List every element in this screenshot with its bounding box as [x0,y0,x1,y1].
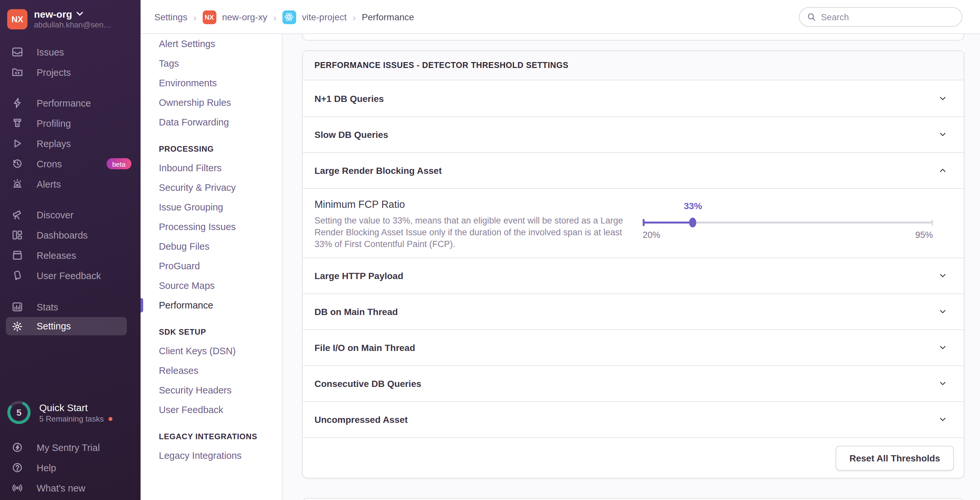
search-icon [807,13,816,22]
discover-icon [12,209,23,220]
org-avatar: NX [7,9,27,29]
breadcrumb-project[interactable]: vite-project [302,12,347,22]
subnav-item-debug-files[interactable]: Debug Files [140,237,282,256]
releases-icon [12,250,23,261]
settings-subnav: Alert Settings Tags Environments Ownersh… [140,34,282,500]
breadcrumb-settings[interactable]: Settings [154,12,187,22]
beta-badge: beta [106,158,131,169]
slider-max-label: 95% [915,230,933,240]
sidebar-item-releases[interactable]: Releases [0,245,140,265]
subnav-item-performance[interactable]: Performance [140,295,282,315]
quick-start-panel[interactable]: 5 Quick Start 5 Remaining tasks [6,400,135,425]
accordion-row-file-io-on-main-thread[interactable]: File I/O on Main Thread [303,329,964,365]
slider-end-cap [931,220,933,225]
user-feedback-icon [12,270,23,281]
slider-thumb[interactable] [689,217,697,227]
accordion-row-slow-db-queries[interactable]: Slow DB Queries [303,116,964,152]
breadcrumb-org[interactable]: new-org-xy [222,12,267,22]
sidebar-item-discover[interactable]: Discover [0,205,140,225]
quick-start-count: 5 [6,400,31,425]
accordion-row-large-http-payload[interactable]: Large HTTP Payload [303,257,964,294]
sidebar-item-dashboards[interactable]: Dashboards [0,225,140,245]
breadcrumb-separator: › [273,11,277,22]
accordion-row-n-plus-one-db-queries[interactable]: N+1 DB Queries [303,80,964,116]
subnav-item-processing-issues[interactable]: Processing Issues [140,217,282,237]
top-header: Settings › NX new-org-xy › vite-project … [140,0,980,34]
slider-fill [643,222,693,224]
sidebar-item-my-sentry-trial[interactable]: My Sentry Trial [0,437,140,457]
threshold-settings-card: PERFORMANCE ISSUES - DETECTOR THRESHOLD … [302,50,964,478]
slider-value-label: 33% [679,201,707,211]
search-bar[interactable] [799,7,963,27]
subnav-item-data-forwarding[interactable]: Data Forwarding [140,113,282,132]
react-project-icon [282,10,296,24]
projects-icon [12,67,23,78]
subnav-item-inbound-filters[interactable]: Inbound Filters [140,158,282,178]
subnav-group-sdk-setup: SDK SETUP [140,323,282,341]
quick-start-progress-ring: 5 [6,400,31,425]
chevron-up-icon [937,165,948,176]
large-render-blocking-asset-detail: Minimum FCP Ratio Setting the value to 3… [303,188,964,257]
breadcrumb-separator: › [353,11,356,22]
sidebar-item-stats[interactable]: Stats [0,297,140,317]
chevron-down-icon [937,271,948,281]
chevron-down-icon [937,129,948,140]
primary-nav: Issues Projects Performance Profiling Re… [0,42,140,335]
sidebar-item-performance[interactable]: Performance [0,93,140,113]
subnav-group-legacy-integrations: LEGACY INTEGRATIONS [140,427,282,446]
alerts-icon [12,178,23,189]
sidebar-item-user-feedback[interactable]: User Feedback [0,265,140,286]
subnav-item-security-headers[interactable]: Security Headers [140,380,282,400]
subnav-item-environments[interactable]: Environments [140,73,282,93]
subnav-item-proguard[interactable]: ProGuard [140,256,282,276]
dashboards-icon [12,229,23,241]
sidebar-item-help[interactable]: Help [0,457,140,478]
quick-start-subtitle: 5 Remaining tasks [39,414,103,423]
app: NX new-org abdullah.khan@sen… Issues Pro… [0,0,980,500]
subnav-item-alert-settings[interactable]: Alert Settings [140,34,282,54]
slider-min-label: 20% [643,230,660,240]
sidebar-item-settings[interactable]: Settings [6,317,127,335]
subnav-item-ownership-rules[interactable]: Ownership Rules [140,93,282,113]
primary-sidebar: NX new-org abdullah.khan@sen… Issues Pro… [0,0,140,500]
subnav-item-tags[interactable]: Tags [140,54,282,73]
breadcrumb-current-page: Performance [362,12,414,22]
accordion-row-large-render-blocking-asset[interactable]: Large Render Blocking Asset [303,152,964,188]
sidebar-item-alerts[interactable]: Alerts [0,174,140,194]
accordion-row-db-on-main-thread[interactable]: DB on Main Thread [303,294,964,329]
subnav-item-issue-grouping[interactable]: Issue Grouping [140,197,282,217]
org-badge: NX [202,10,216,24]
subnav-item-releases[interactable]: Releases [140,361,282,380]
help-icon [12,462,23,473]
org-name: new-org [34,8,72,20]
sidebar-item-profiling[interactable]: Profiling [0,113,140,133]
sidebar-footer: My Sentry Trial Help What's new [0,437,140,498]
sidebar-item-replays[interactable]: Replays [0,133,140,154]
breadcrumb: Settings › NX new-org-xy › vite-project … [154,0,414,34]
subnav-item-user-feedback[interactable]: User Feedback [140,400,282,420]
crons-icon [12,158,23,169]
slider-track[interactable] [643,222,933,224]
org-user-email: abdullah.khan@sen… [34,21,111,30]
subnav-item-legacy-integrations[interactable]: Legacy Integrations [140,446,282,465]
subnav-group-processing: PROCESSING [140,140,282,158]
breadcrumb-separator: › [193,11,196,22]
previous-card-edge [302,34,964,41]
accordion-row-uncompressed-asset[interactable]: Uncompressed Asset [303,401,964,437]
subnav-item-source-maps[interactable]: Source Maps [140,276,282,295]
sidebar-item-whats-new[interactable]: What's new [0,478,140,498]
trial-bolt-icon [12,442,23,453]
org-switcher[interactable]: NX new-org abdullah.khan@sen… [7,8,135,30]
reset-all-thresholds-button[interactable]: Reset All Thresholds [836,446,954,471]
issues-icon [12,46,23,57]
accordion-row-consecutive-db-queries[interactable]: Consecutive DB Queries [303,365,964,401]
fcp-ratio-description: Setting the value to 33%, means that an … [315,215,636,250]
subnav-item-client-keys[interactable]: Client Keys (DSN) [140,341,282,361]
performance-icon [12,97,23,108]
sidebar-item-crons[interactable]: Crons beta [0,154,140,174]
fcp-ratio-label: Minimum FCP Ratio [315,199,405,211]
sidebar-item-projects[interactable]: Projects [0,62,140,83]
search-input[interactable] [821,12,954,22]
subnav-item-security-privacy[interactable]: Security & Privacy [140,178,282,197]
sidebar-item-issues[interactable]: Issues [0,42,140,62]
